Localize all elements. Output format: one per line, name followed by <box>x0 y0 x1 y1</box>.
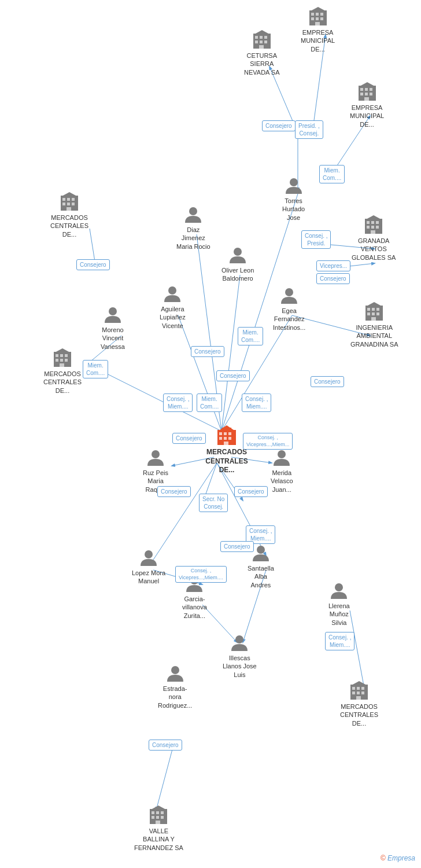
torres-label: TorresHurtadoJose <box>282 197 305 222</box>
badge-consej-presid-granada[interactable]: Consej. ,Presid. <box>301 230 331 249</box>
badge-consej-miem-left[interactable]: Consej. ,Miem.... <box>163 393 193 412</box>
badge-miem-com-emp2[interactable]: Miem.Com.... <box>319 165 345 183</box>
emp-mun2-node[interactable]: EMPRESAMUNICIPALDE... <box>350 81 384 128</box>
mercados-central2-building-icon <box>52 347 73 368</box>
badge-consej-miem-right[interactable]: Consej. ,Miem.... <box>242 393 271 412</box>
svg-rect-32 <box>228 437 231 440</box>
oliver-person-icon <box>228 246 247 264</box>
svg-marker-35 <box>220 425 234 430</box>
badge-miem-com-mercados2[interactable]: Miem.Com.... <box>83 360 108 378</box>
badge-presid-consej[interactable]: Presid. ,Consej. <box>295 120 323 139</box>
cetursa-node[interactable]: CETURSASIERRANEVADA SA <box>244 29 280 76</box>
badge-consejero-garcia[interactable]: Consejero <box>220 541 254 552</box>
badge-consejero-granada2[interactable]: Consejero <box>316 273 350 284</box>
badge-vicepres[interactable]: Vicepres... <box>316 260 350 271</box>
valle-building-icon <box>148 804 169 825</box>
mercados-central3-node[interactable]: MERCADOSCENTRALESDE... <box>340 680 378 727</box>
network-graph: MERCADOS CENTRALES DE... CETURSASIERRANE… <box>0 0 421 868</box>
badge-consejero-estrada[interactable]: Consejero <box>149 740 182 751</box>
svg-point-84 <box>285 288 293 296</box>
oliver-node[interactable]: Oliver LeonBaldomero <box>221 246 254 283</box>
badge-consejero-aguilera[interactable]: Consejero <box>191 346 224 357</box>
svg-rect-80 <box>376 226 379 229</box>
lopez-person-icon <box>139 549 158 567</box>
svg-rect-65 <box>62 198 65 201</box>
estrada-label: Estrada-noraRodriguez... <box>158 685 192 709</box>
svg-rect-50 <box>316 17 319 20</box>
badge-consejero-santaella[interactable]: Consejero <box>234 486 268 497</box>
badge-consejero-mid[interactable]: Consejero <box>216 370 250 381</box>
merida-node[interactable]: MeridaVelascoJuan... <box>271 448 293 494</box>
emp-mun2-label: EMPRESAMUNICIPALDE... <box>350 104 384 128</box>
lopez-node[interactable]: Lopez MoraManuel <box>132 549 165 586</box>
svg-rect-57 <box>370 88 372 91</box>
svg-rect-31 <box>224 437 227 440</box>
llerena-node[interactable]: LlerenaMuñozSilvia <box>328 582 350 627</box>
estrada-node[interactable]: Estrada-noraRodriguez... <box>158 664 192 709</box>
svg-rect-28 <box>224 432 227 435</box>
badge-consej-vicepres-merida[interactable]: Consej. ,Vicepres...,Miem... <box>243 433 293 450</box>
svg-marker-72 <box>62 192 77 196</box>
mercados-central2-node[interactable]: MERCADOSCENTRALESDE... <box>43 347 82 395</box>
aguilera-node[interactable]: AguileraLupiañezVicente <box>160 285 186 330</box>
mercados-central1-node[interactable]: MERCADOSCENTRALESDE... <box>50 191 88 238</box>
cetursa-label: CETURSASIERRANEVADA SA <box>244 52 280 76</box>
granada-node[interactable]: GRANADAVENTOSGLOBALES SA <box>352 214 396 262</box>
moreno-node[interactable]: MorenoVincentVanessa <box>101 306 125 351</box>
badge-consejero-mercados1[interactable]: Consejero <box>76 259 110 270</box>
svg-rect-55 <box>360 88 363 91</box>
svg-rect-87 <box>372 308 375 311</box>
svg-rect-92 <box>371 317 376 321</box>
mercados-central1-label: MERCADOSCENTRALESDE... <box>50 214 88 238</box>
granada-building-icon <box>363 214 384 235</box>
valle-node[interactable]: VALLEBALLINA YFERNANDEZ SA <box>134 804 183 852</box>
ing-ambiental-node[interactable]: INGENIERIAAMBIENTALGRANADINA SA <box>350 301 398 348</box>
moreno-person-icon <box>104 306 122 324</box>
garcia-label: Garcia-villanovaZurita... <box>182 595 207 620</box>
badge-consejero-ruz[interactable]: Consejero <box>172 433 206 444</box>
svg-rect-118 <box>357 692 360 694</box>
svg-point-109 <box>257 546 265 554</box>
badge-miem-com-oliver[interactable]: Miem.Com.... <box>238 327 263 345</box>
badge-consej-miem-llerena[interactable]: Consej. ,Miem.... <box>325 632 354 650</box>
svg-point-94 <box>168 286 176 295</box>
svg-rect-99 <box>65 354 68 357</box>
badge-miem-com-center[interactable]: Miem.Com.... <box>197 393 222 412</box>
svg-point-111 <box>235 635 243 643</box>
diaz-label: DiazJimenezMaria Rocio <box>176 226 211 251</box>
badge-consejero-cetursa[interactable]: Consejero <box>262 120 296 131</box>
svg-rect-71 <box>67 207 71 211</box>
badge-consejero-ing[interactable]: Consejero <box>311 376 344 387</box>
torres-node[interactable]: TorresHurtadoJose <box>282 176 305 222</box>
svg-rect-37 <box>255 36 258 39</box>
svg-rect-76 <box>371 221 374 224</box>
svg-line-25 <box>156 749 172 810</box>
ruz-person-icon <box>146 448 165 467</box>
svg-point-63 <box>290 178 298 186</box>
watermark: © Empresa <box>381 854 415 862</box>
illescas-node[interactable]: IllescasLlanos JoseLuis <box>223 634 257 679</box>
emp-mun1-node[interactable]: EMPRESAMUNICIPALDE... <box>301 6 335 53</box>
diaz-node[interactable]: DiazJimenezMaria Rocio <box>176 205 211 251</box>
badge-consej-vicepres-lopez[interactable]: Consej. ,Vicepres...,Miem.... <box>175 566 227 583</box>
badge-secr-no-consej[interactable]: Secr. NoConsej. <box>199 494 228 512</box>
svg-rect-103 <box>60 363 64 367</box>
svg-rect-97 <box>56 354 58 357</box>
diaz-person-icon <box>184 205 202 224</box>
emp-mun2-building-icon <box>357 81 378 102</box>
svg-rect-47 <box>316 13 319 16</box>
svg-rect-90 <box>372 312 375 315</box>
svg-rect-42 <box>264 41 267 43</box>
svg-rect-120 <box>356 696 361 700</box>
svg-rect-89 <box>367 312 370 315</box>
llerena-person-icon <box>330 582 348 600</box>
badge-consejero-lopez[interactable]: Consejero <box>157 486 191 497</box>
egea-node[interactable]: EgeaFernandezIntestinos... <box>273 286 305 332</box>
mercados-central2-label: MERCADOSCENTRALESDE... <box>43 370 82 395</box>
svg-rect-59 <box>365 93 368 95</box>
svg-point-110 <box>335 583 343 591</box>
svg-rect-91 <box>376 312 379 315</box>
svg-marker-62 <box>360 82 375 86</box>
svg-rect-98 <box>60 354 63 357</box>
svg-marker-44 <box>254 30 269 34</box>
